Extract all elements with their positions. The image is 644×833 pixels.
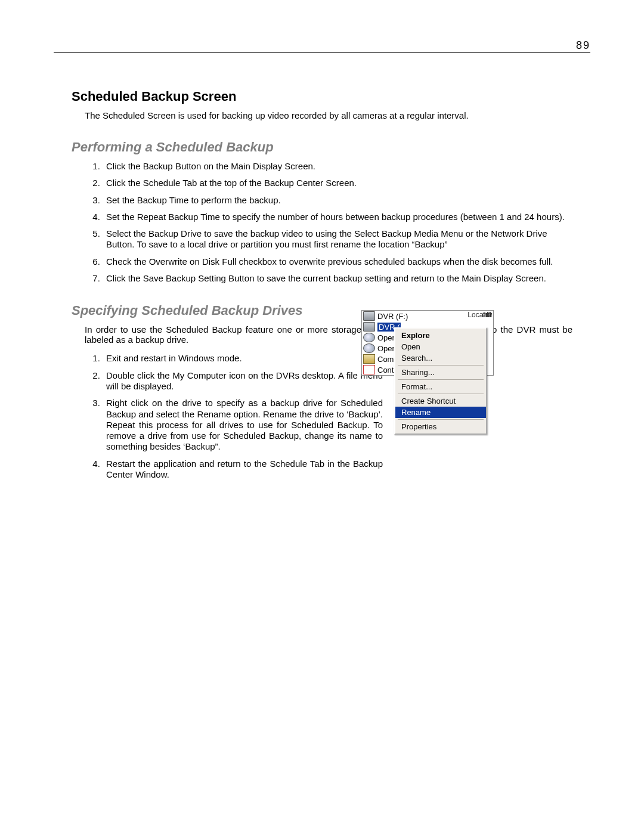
menu-item-open[interactable]: Open: [395, 341, 486, 352]
menu-separator: [398, 365, 484, 366]
menu-separator: [398, 419, 484, 420]
list-specifying: Exit and restart in Windows mode. Double…: [85, 353, 383, 480]
step: Right click on the drive to specify as a…: [103, 398, 383, 452]
intro-specifying: In order to use the Scheduled Backup fea…: [85, 324, 572, 345]
context-menu: Explore Open Search... Sharing... Format…: [394, 327, 487, 435]
menu-separator: [398, 379, 484, 380]
network-icon: [363, 343, 375, 353]
explorer-screenshot: DVR (F:) Local D DVR ( D Open or Open or…: [361, 310, 494, 376]
menu-separator: [398, 394, 484, 394]
page-number: 89: [576, 39, 590, 52]
computer-icon: [363, 354, 375, 364]
step: Click the Schedule Tab at the top of the…: [103, 178, 572, 188]
control-panel-icon: [363, 365, 375, 374]
page-content: Scheduled Backup Screen The Scheduled Sc…: [54, 89, 590, 480]
drive-type: em: [482, 311, 492, 319]
menu-item-sharing[interactable]: Sharing...: [395, 367, 486, 378]
list-performing: Click the Backup Button on the Main Disp…: [85, 161, 572, 284]
step: Exit and restart in Windows mode.: [103, 353, 383, 364]
page-header-rule: 89: [54, 42, 590, 53]
step: Select the Backup Drive to save the back…: [103, 228, 572, 250]
menu-item-properties[interactable]: Properties: [395, 421, 486, 432]
step: Set the Repeat Backup Time to specify th…: [103, 212, 572, 222]
step: Check the Overwrite on Disk Full checkbo…: [103, 256, 572, 267]
drive-icon: [363, 322, 375, 332]
menu-item-format[interactable]: Format...: [395, 381, 486, 392]
network-icon: [363, 333, 375, 342]
menu-item-create-shortcut[interactable]: Create Shortcut: [395, 395, 486, 407]
step: Click the Save Backup Setting Button to …: [103, 273, 572, 284]
menu-item-search[interactable]: Search...: [395, 352, 486, 364]
heading-scheduled-backup-screen: Scheduled Backup Screen: [72, 89, 572, 104]
step: Click the Backup Button on the Main Disp…: [103, 161, 572, 172]
heading-specifying: Specifying Scheduled Backup Drives: [72, 303, 572, 318]
drive-item: DVR (F:) Local D: [362, 311, 493, 321]
menu-item-explore[interactable]: Explore: [395, 330, 486, 341]
drive-icon: [363, 311, 375, 321]
document-page: 89 Scheduled Backup Screen The Scheduled…: [0, 0, 644, 833]
menu-item-rename[interactable]: Rename: [395, 407, 486, 418]
heading-performing: Performing a Scheduled Backup: [72, 140, 572, 155]
drive-label: DVR (F:): [377, 312, 408, 321]
step: Set the Backup Time to perform the backu…: [103, 195, 572, 206]
step: Double click the My Computer icon on the…: [103, 370, 383, 392]
step: Restart the application and return to th…: [103, 459, 383, 481]
intro-scheduled: The Scheduled Screen is used for backing…: [85, 110, 572, 120]
